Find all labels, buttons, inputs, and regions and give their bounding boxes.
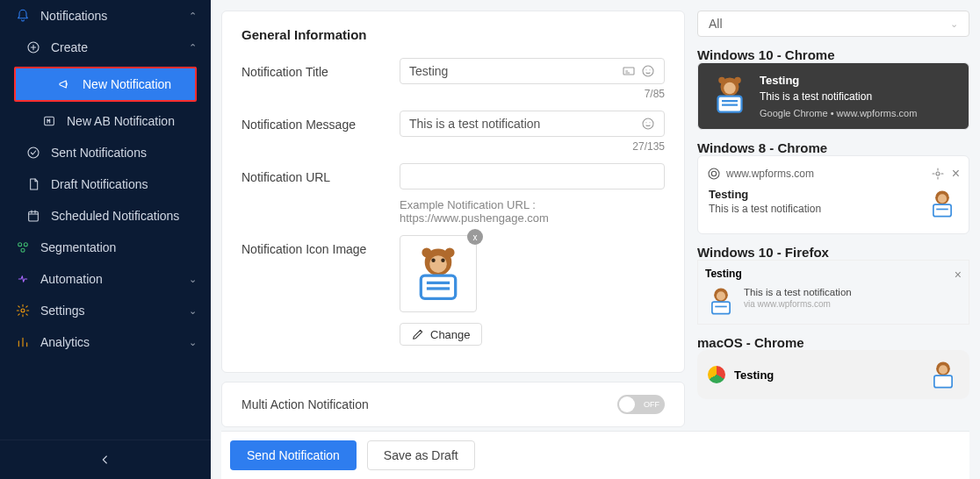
preview-win10-firefox: Testing This is a test notification via … (697, 260, 969, 325)
sidebar-label: New Notification (83, 77, 171, 91)
remove-icon-button[interactable]: x (467, 229, 483, 245)
preview-domain: www.wpforms.com (726, 168, 814, 180)
sidebar-label: Segmentation (40, 240, 116, 254)
calendar-icon (26, 209, 40, 223)
sidebar-label: Draft Notifications (51, 177, 148, 191)
change-icon-button[interactable]: Change (400, 323, 482, 346)
automation-icon (16, 272, 30, 286)
sidebar-label: Analytics (40, 335, 90, 349)
svg-point-2 (28, 147, 39, 158)
svg-point-10 (643, 118, 653, 129)
url-hint: Example Notification URL : https://www.p… (400, 198, 665, 225)
sidebar-item-draft[interactable]: Draft Notifications (0, 168, 211, 200)
check-circle-icon (26, 146, 40, 160)
section-title: General Information (241, 27, 665, 42)
chevron-up-icon: ⌃ (189, 11, 197, 22)
preview-source: Google Chrome • www.wpforms.com (760, 108, 917, 118)
sidebar-item-sent[interactable]: Sent Notifications (0, 137, 211, 168)
sidebar-item-new-notification[interactable]: New Notification (16, 68, 195, 100)
svg-rect-19 (427, 287, 450, 290)
multi-action-toggle[interactable]: OFF (617, 395, 665, 414)
svg-point-4 (18, 243, 22, 247)
preview-title: Testing (734, 368, 774, 382)
mascot-icon (927, 359, 959, 390)
sidebar-item-scheduled[interactable]: Scheduled Notifications (0, 200, 211, 232)
svg-point-13 (445, 247, 455, 257)
svg-rect-1 (45, 117, 54, 125)
emoji-icon[interactable] (641, 117, 655, 131)
svg-rect-36 (712, 302, 730, 314)
chevron-down-icon: ⌄ (189, 337, 197, 348)
sidebar-item-settings[interactable]: Settings ⌄ (0, 295, 211, 326)
svg-rect-26 (722, 104, 738, 106)
title-label: Notification Title (241, 58, 400, 79)
svg-point-12 (422, 247, 431, 257)
segments-icon (16, 240, 30, 254)
url-input[interactable] (409, 169, 655, 183)
preview-heading-mac-chrome: macOS - Chrome (697, 335, 969, 350)
emoji-icon[interactable] (641, 64, 655, 78)
icon-thumbnail[interactable]: x (400, 235, 477, 312)
preview-heading-win10-ff: Windows 10 - Firefox (697, 245, 969, 260)
sidebar-label: Settings (40, 304, 85, 318)
svg-point-16 (441, 259, 444, 262)
preview-win8-chrome: www.wpforms.com × Testing This is a test… (697, 155, 969, 234)
svg-rect-37 (715, 306, 727, 308)
sidebar-item-notifications[interactable]: Notifications ⌃ (0, 0, 211, 32)
url-input-wrap (400, 163, 665, 189)
change-label: Change (430, 328, 471, 341)
mascot-icon (709, 74, 751, 116)
svg-point-31 (938, 194, 947, 203)
preview-filter-select[interactable]: All ⌄ (697, 11, 969, 37)
svg-rect-33 (936, 209, 948, 211)
svg-rect-40 (934, 375, 952, 388)
message-label: Notification Message (241, 111, 400, 132)
gear-icon[interactable] (931, 167, 945, 181)
close-icon[interactable]: × (955, 268, 962, 282)
preview-title: Testing (760, 74, 917, 87)
sidebar-collapse[interactable] (0, 440, 211, 479)
sidebar-item-create[interactable]: Create ⌃ (0, 32, 211, 63)
multi-action-label: Multi Action Notification (241, 397, 369, 411)
svg-point-29 (936, 172, 940, 175)
preview-message: This is a test notification (744, 287, 852, 297)
main-content: General Information Notification Title 7… (211, 0, 980, 479)
svg-point-6 (21, 248, 25, 252)
svg-point-23 (724, 82, 736, 95)
message-input[interactable] (409, 117, 636, 131)
svg-point-14 (429, 255, 447, 273)
svg-point-9 (643, 66, 653, 76)
sidebar-item-segmentation[interactable]: Segmentation (0, 232, 211, 263)
preview-mac-chrome: Testing (697, 350, 969, 399)
svg-point-35 (717, 291, 725, 300)
preview-panel: All ⌄ Windows 10 - Chrome Testing This i… (697, 11, 969, 479)
svg-point-22 (734, 77, 741, 84)
svg-point-28 (711, 171, 716, 175)
save-draft-button[interactable]: Save as Draft (367, 440, 475, 470)
mascot-icon (705, 285, 737, 317)
general-info-card: General Information Notification Title 7… (221, 11, 685, 373)
sidebar-item-new-ab[interactable]: New AB Notification (0, 105, 211, 137)
preview-filter-value: All (709, 17, 723, 31)
chevron-left-icon (98, 453, 112, 467)
icon-label: Notification Icon Image (241, 235, 400, 256)
close-icon[interactable]: × (952, 167, 960, 181)
title-counter: 7/85 (645, 88, 665, 100)
sidebar-item-analytics[interactable]: Analytics ⌄ (0, 326, 211, 358)
url-label: Notification URL (241, 163, 400, 184)
svg-rect-32 (933, 204, 951, 217)
preview-heading-win8-chrome: Windows 8 - Chrome (697, 140, 969, 155)
preview-title: Testing (709, 188, 919, 201)
sidebar-label: Notifications (40, 9, 107, 23)
preview-message: This is a test notification (709, 203, 919, 215)
sidebar-item-automation[interactable]: Automation ⌄ (0, 263, 211, 295)
chrome-icon (708, 366, 725, 383)
title-input[interactable] (409, 64, 616, 78)
send-notification-button[interactable]: Send Notification (230, 440, 357, 470)
svg-point-21 (718, 77, 725, 84)
contact-card-icon[interactable] (622, 64, 636, 78)
sidebar-label: Scheduled Notifications (51, 209, 179, 223)
chevron-down-icon: ⌄ (950, 18, 958, 30)
plus-circle-icon (26, 40, 40, 54)
chrome-icon (707, 167, 721, 181)
